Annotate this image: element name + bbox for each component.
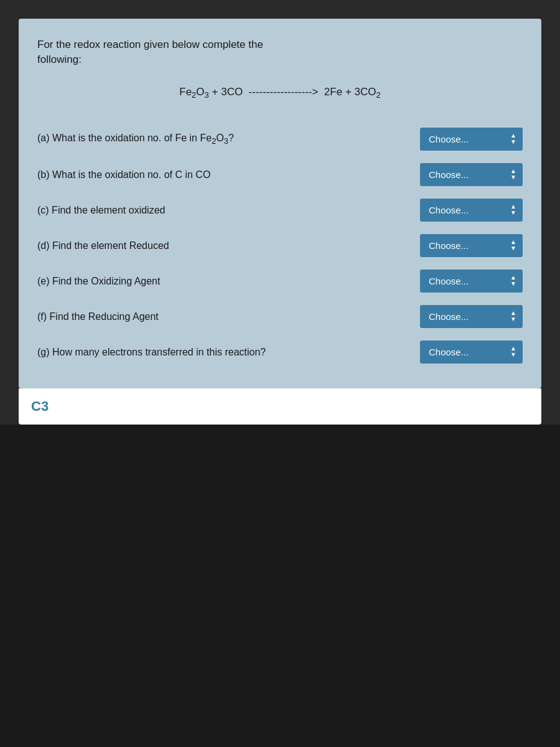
reaction-container: Fe2O3 + 3CO ------------------> 2Fe + 3C… <box>37 86 523 100</box>
intro-text: For the redox reaction given below compl… <box>37 37 523 67</box>
question-d-select[interactable]: Choose... Fe C O <box>420 234 523 257</box>
question-a-select-container: Choose... +1 +2 +3 -2 0 ▲ ▼ <box>420 128 523 151</box>
question-d-label: (d) Find the element Reduced <box>37 230 414 261</box>
questions-grid: (a) What is the oxidation no. of Fe in F… <box>37 121 523 370</box>
question-f-select-wrapper: Choose... Fe₂O₃ CO Fe CO₂ ▲ ▼ <box>414 299 523 334</box>
question-b-select-wrapper: Choose... +1 +2 -2 0 ▲ ▼ <box>414 157 523 192</box>
question-c-select[interactable]: Choose... Fe C O <box>420 199 523 222</box>
reaction-equation: Fe2O3 + 3CO ------------------> 2Fe + 3C… <box>179 86 380 98</box>
footer-label: C3 <box>19 388 541 425</box>
question-a-label: (a) What is the oxidation no. of Fe in F… <box>37 123 414 156</box>
question-e-select-container: Choose... Fe₂O₃ CO Fe CO₂ ▲ ▼ <box>420 270 523 293</box>
question-b-label: (b) What is the oxidation no. of C in CO <box>37 159 414 190</box>
footer-text: C3 <box>31 398 49 414</box>
question-e-select-wrapper: Choose... Fe₂O₃ CO Fe CO₂ ▲ ▼ <box>414 263 523 299</box>
question-d-select-container: Choose... Fe C O ▲ ▼ <box>420 234 523 257</box>
question-f-label: (f) Find the Reducing Agent <box>37 301 414 332</box>
question-b-select-container: Choose... +1 +2 -2 0 ▲ ▼ <box>420 163 523 186</box>
question-g-label: (g) How many electrons transferred in th… <box>37 337 414 368</box>
question-a-select-wrapper: Choose... +1 +2 +3 -2 0 ▲ ▼ <box>414 121 523 157</box>
question-g-select[interactable]: Choose... 2 3 4 6 <box>420 341 523 364</box>
question-f-select-container: Choose... Fe₂O₃ CO Fe CO₂ ▲ ▼ <box>420 305 523 328</box>
question-c-label: (c) Find the element oxidized <box>37 195 414 226</box>
question-g-select-container: Choose... 2 3 4 6 ▲ ▼ <box>420 341 523 364</box>
question-e-label: (e) Find the Oxidizing Agent <box>37 266 414 297</box>
question-b-select[interactable]: Choose... +1 +2 -2 0 <box>420 163 523 186</box>
question-c-select-container: Choose... Fe C O ▲ ▼ <box>420 199 523 222</box>
question-g-select-wrapper: Choose... 2 3 4 6 ▲ ▼ <box>414 334 523 370</box>
question-a-select[interactable]: Choose... +1 +2 +3 -2 0 <box>420 128 523 151</box>
question-c-select-wrapper: Choose... Fe C O ▲ ▼ <box>414 192 523 228</box>
intro-line1: For the redox reaction given below compl… <box>37 39 263 50</box>
page-wrapper: For the redox reaction given below compl… <box>0 0 560 747</box>
content-card: For the redox reaction given below compl… <box>19 19 541 388</box>
question-d-select-wrapper: Choose... Fe C O ▲ ▼ <box>414 228 523 263</box>
question-f-select[interactable]: Choose... Fe₂O₃ CO Fe CO₂ <box>420 305 523 328</box>
bottom-bar <box>0 425 560 747</box>
question-e-select[interactable]: Choose... Fe₂O₃ CO Fe CO₂ <box>420 270 523 293</box>
intro-line2: following: <box>37 54 82 65</box>
